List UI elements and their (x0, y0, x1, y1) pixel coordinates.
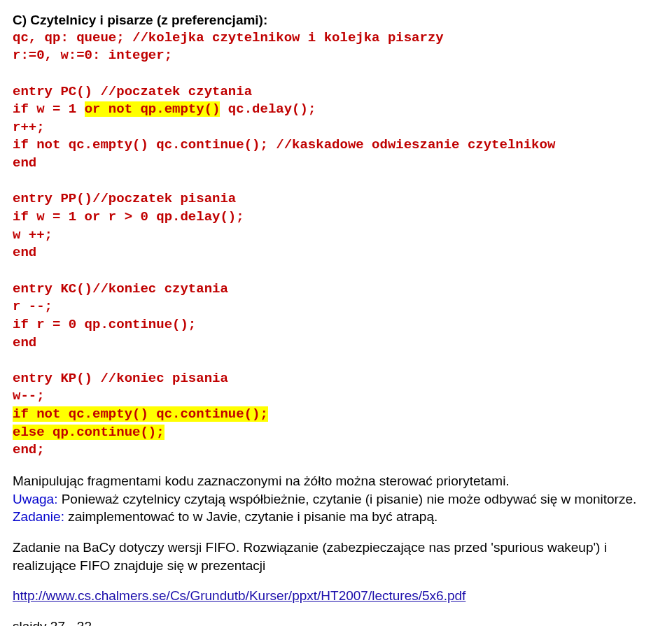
code-line: entry KP() //koniec pisania (13, 371, 228, 386)
code-line: if not qc.empty() qc.continue(); //kaska… (13, 137, 555, 152)
code-line: if r = 0 qp.continue(); (13, 317, 196, 332)
code-block: qc, qp: queue; //kolejka czytelnikow i k… (13, 29, 659, 460)
link-paragraph: http://www.cs.chalmers.se/Cs/Grundutb/Ku… (13, 587, 659, 605)
code-line: end; (13, 442, 45, 457)
code-line: entry PP()//poczatek pisania (13, 191, 236, 206)
code-line: end (13, 155, 36, 171)
code-line: end (13, 335, 36, 350)
paragraph: Uwaga: Ponieważ czytelnicy czytają współ… (13, 490, 659, 508)
label-uwaga: Uwaga: (13, 492, 57, 506)
code-line: if w = 1 or not qp.empty() qc.delay(); (13, 101, 316, 117)
section-heading: C) Czytelnicy i pisarze (z preferencjami… (13, 11, 659, 29)
label-zadanie: Zadanie: (13, 509, 64, 524)
code-line: end (13, 245, 36, 260)
code-line: w ++; (13, 227, 52, 243)
highlight: else qp.continue(); (13, 425, 164, 440)
paragraph: Zadanie na BaCy dotyczy wersji FIFO. Roz… (13, 539, 659, 574)
code-line: r++; (13, 120, 45, 135)
paragraph: Manipulując fragmentami kodu zaznaczonym… (13, 472, 659, 490)
lecture-link[interactable]: http://www.cs.chalmers.se/Cs/Grundutb/Ku… (13, 588, 465, 603)
code-line: qc, qp: queue; //kolejka czytelnikow i k… (13, 30, 444, 45)
code-line: r --; (13, 299, 52, 314)
highlight: if not qc.empty() qc.continue(); (13, 406, 268, 422)
paragraph: slajdy 27 - 32 (13, 618, 659, 626)
code-line: entry KC()//koniec czytania (13, 281, 228, 297)
code-line: entry PC() //poczatek czytania (13, 84, 252, 99)
heading-text: C) Czytelnicy i pisarze (z preferencjami… (13, 13, 267, 27)
code-line: w--; (13, 388, 45, 404)
paragraph: Zadanie: zaimplementować to w Javie, czy… (13, 508, 659, 526)
highlight: or not qp.empty() (85, 101, 220, 117)
code-line: if w = 1 or r > 0 qp.delay(); (13, 209, 244, 225)
code-line: r:=0, w:=0: integer; (13, 48, 172, 63)
